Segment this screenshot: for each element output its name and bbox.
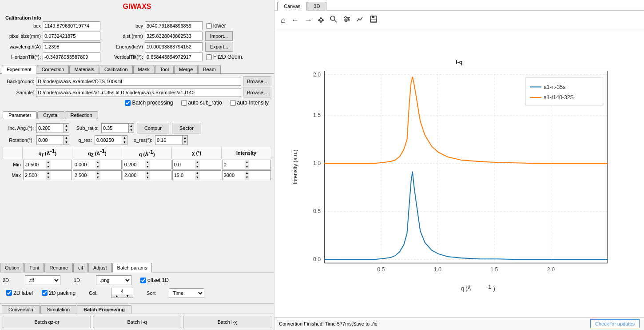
canvas-tab-canvas[interactable]: Canvas — [277, 2, 307, 11]
max-qr-input[interactable] — [24, 171, 46, 180]
max-q-down[interactable]: ▼ — [145, 175, 150, 180]
back-button[interactable]: ← — [289, 15, 301, 26]
import-button[interactable]: Import... — [205, 31, 233, 41]
energy-input[interactable] — [145, 42, 203, 51]
2d-packing-checkbox[interactable] — [42, 290, 48, 296]
batch-ichi-button[interactable]: Batch I-χ — [183, 316, 271, 328]
forward-button[interactable]: → — [302, 15, 314, 26]
tab-calibration[interactable]: Calibration — [99, 65, 133, 73]
x-res-down[interactable]: ▼ — [183, 140, 187, 145]
min-intensity-input[interactable] — [223, 160, 245, 169]
q-res-up[interactable]: ▲ — [122, 136, 127, 140]
x-res-input[interactable] — [155, 136, 182, 145]
rotation-down[interactable]: ▼ — [64, 140, 69, 145]
option-tab-rename[interactable]: Rename — [44, 263, 73, 272]
param-tab-crystal[interactable]: Crystal — [37, 111, 64, 119]
sample-input[interactable] — [36, 88, 241, 97]
min-qr-down[interactable]: ▼ — [46, 165, 51, 169]
min-qz-down[interactable]: ▼ — [95, 165, 100, 169]
min-intensity-up[interactable]: ▲ — [245, 160, 250, 165]
2d-label-checkbox[interactable] — [6, 290, 12, 296]
sub-ratio-input[interactable] — [102, 124, 128, 133]
save-button[interactable] — [368, 14, 379, 26]
sort-select[interactable]: Time Name Index — [169, 288, 204, 298]
sub-ratio-up[interactable]: ▲ — [129, 124, 134, 128]
max-intensity-input[interactable] — [223, 171, 245, 180]
max-qz-input[interactable] — [73, 171, 95, 180]
option-tab-batch-params[interactable]: Batch params — [112, 263, 152, 273]
verttilt-input[interactable] — [145, 52, 203, 61]
bcx-input[interactable] — [43, 21, 100, 30]
background-input[interactable] — [36, 77, 241, 86]
col-input[interactable] — [111, 288, 133, 294]
batch-iq-button[interactable]: Batch I-q — [93, 316, 181, 328]
tab-mask[interactable]: Mask — [133, 65, 155, 73]
min-chi-down[interactable]: ▼ — [195, 165, 200, 169]
option-tab-adjust[interactable]: Adjust — [88, 263, 112, 272]
plot-button[interactable] — [354, 14, 366, 26]
fit2d-checkbox[interactable] — [206, 54, 212, 60]
tab-materials[interactable]: Materials — [69, 65, 99, 73]
inc-ang-input[interactable] — [37, 124, 64, 133]
tab-tool[interactable]: Tool — [155, 65, 174, 73]
auto-sub-checkbox[interactable] — [181, 100, 187, 106]
contour-button[interactable]: Contour — [137, 123, 169, 133]
rotation-input[interactable] — [37, 136, 64, 145]
sector-button[interactable]: Sector — [172, 123, 201, 133]
tab-experiment[interactable]: Experiment — [2, 65, 36, 74]
max-qr-up[interactable]: ▲ — [46, 171, 51, 175]
bottom-tab-batch-processing[interactable]: Batch Processing — [77, 305, 131, 314]
max-q-input[interactable] — [123, 171, 145, 180]
min-qz-up[interactable]: ▲ — [95, 160, 100, 165]
q-res-down[interactable]: ▼ — [122, 140, 127, 145]
max-qz-up[interactable]: ▲ — [95, 171, 100, 175]
browse-sample-button[interactable]: Browse... — [243, 88, 271, 97]
max-qz-down[interactable]: ▼ — [95, 175, 100, 180]
max-intensity-up[interactable]: ▲ — [245, 171, 250, 175]
x-res-up[interactable]: ▲ — [183, 136, 187, 140]
option-tab-option[interactable]: Option — [0, 263, 24, 272]
tab-merge[interactable]: Merge — [174, 65, 198, 73]
browse-background-button[interactable]: Browse... — [243, 76, 271, 86]
min-q-down[interactable]: ▼ — [145, 165, 150, 169]
pixel-input[interactable] — [43, 32, 100, 40]
batch-processing-checkbox[interactable] — [125, 100, 131, 106]
bottom-tab-simulation[interactable]: Simulation — [40, 305, 76, 314]
inc-ang-down[interactable]: ▼ — [64, 128, 69, 133]
bp-2d-select[interactable]: .tif .cbf .edf — [25, 275, 60, 285]
min-q-input[interactable] — [123, 160, 145, 169]
max-chi-input[interactable] — [173, 171, 195, 180]
horiztilt-input[interactable] — [43, 52, 100, 61]
sub-ratio-down[interactable]: ▼ — [129, 128, 134, 133]
col-up[interactable]: ▲ — [115, 294, 119, 298]
zoom-button[interactable] — [328, 14, 339, 26]
settings-button[interactable] — [341, 14, 353, 26]
max-chi-down[interactable]: ▼ — [195, 175, 200, 180]
home-button[interactable]: ⌂ — [279, 15, 287, 26]
max-qr-down[interactable]: ▼ — [46, 175, 51, 180]
min-qr-input[interactable] — [24, 160, 46, 169]
option-tab-cif[interactable]: cif — [73, 263, 88, 272]
param-tab-parameter[interactable]: Parameter — [3, 111, 37, 119]
min-q-up[interactable]: ▲ — [145, 160, 150, 165]
option-tab-font[interactable]: Font — [24, 263, 44, 272]
inc-ang-up[interactable]: ▲ — [64, 124, 69, 128]
wavelength-input[interactable] — [43, 42, 100, 51]
canvas-tab-3d[interactable]: 3D — [307, 2, 326, 10]
bcy-input[interactable] — [145, 21, 203, 30]
check-updates-button[interactable]: Check for updates — [590, 319, 640, 328]
max-chi-up[interactable]: ▲ — [195, 171, 200, 175]
min-chi-up[interactable]: ▲ — [195, 160, 200, 165]
bottom-tab-conversion[interactable]: Conversion — [2, 305, 40, 314]
tab-correction[interactable]: Correction — [37, 65, 69, 73]
min-intensity-down[interactable]: ▼ — [245, 165, 250, 169]
min-chi-input[interactable] — [173, 160, 195, 169]
auto-intensity-checkbox[interactable] — [230, 100, 236, 106]
lower-checkbox[interactable] — [206, 23, 212, 29]
offset-1d-checkbox[interactable] — [140, 278, 146, 283]
dist-input[interactable] — [145, 32, 203, 40]
min-qr-up[interactable]: ▲ — [46, 160, 51, 165]
batch-qz-qr-button[interactable]: Batch qz-qr — [3, 316, 91, 328]
col-down[interactable]: ▼ — [126, 294, 129, 298]
rotation-up[interactable]: ▲ — [64, 136, 69, 140]
